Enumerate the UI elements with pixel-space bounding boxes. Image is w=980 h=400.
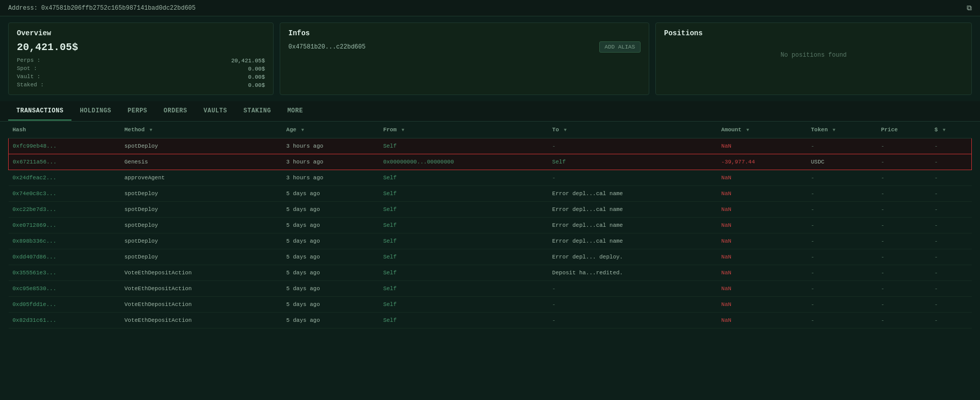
- col-price: Price: [877, 122, 930, 138]
- cell-price: -: [877, 218, 930, 233]
- transactions-table: Hash Method ▼ Age ▼ From ▼ To ▼ Amount ▼…: [8, 122, 972, 328]
- hash-link[interactable]: 0xc95e8530...: [13, 286, 57, 292]
- tab-more[interactable]: MORE: [279, 102, 311, 121]
- col-token[interactable]: Token ▼: [807, 122, 877, 138]
- hash-link[interactable]: 0xc22be7d3...: [13, 206, 57, 213]
- perps-label: Perps :: [17, 57, 78, 63]
- cell-amount: -39,977.44: [717, 154, 807, 170]
- copy-icon[interactable]: ⧉: [967, 4, 972, 12]
- staked-label: Staked :: [17, 82, 78, 88]
- from-link[interactable]: Self: [383, 301, 397, 308]
- from-link[interactable]: Self: [383, 238, 397, 244]
- nan-value: NaN: [721, 222, 731, 228]
- tab-holdings[interactable]: HOLDINGS: [71, 102, 119, 121]
- from-link[interactable]: Self: [383, 222, 397, 228]
- add-alias-button[interactable]: ADD ALIAS: [599, 41, 641, 53]
- cell-hash: 0x74e0c8c3...: [9, 186, 120, 202]
- tab-vaults[interactable]: VAULTS: [195, 102, 235, 121]
- positions-title: Positions: [664, 29, 703, 37]
- hash-link[interactable]: 0xd05fdd1e...: [13, 301, 57, 308]
- overview-title: Overview: [17, 29, 265, 37]
- cell-to: Error depl...cal name: [548, 202, 717, 218]
- from-link[interactable]: 0x00000000...00000000: [383, 159, 454, 165]
- tab-transactions[interactable]: TRANSACTIONS: [8, 102, 71, 121]
- dash-value: -: [811, 191, 815, 197]
- dash-value: -: [552, 286, 556, 292]
- staked-value: 0.00$: [248, 82, 265, 88]
- col-age[interactable]: Age ▼: [282, 122, 379, 138]
- cell-from: Self: [379, 233, 548, 249]
- cell-token: -: [807, 281, 877, 297]
- cell-token: -: [807, 297, 877, 313]
- hash-link[interactable]: 0xdd407d86...: [13, 254, 57, 260]
- from-link[interactable]: Self: [383, 175, 397, 181]
- hash-link[interactable]: 0x82d31c61...: [13, 317, 57, 323]
- tab-perps[interactable]: PERPS: [119, 102, 156, 121]
- cell-amount: NaN: [717, 186, 807, 202]
- hash-link[interactable]: 0xfc99eb48...: [13, 143, 57, 149]
- table-row: 0xfc99eb48...spotDeploy3 hours agoSelf-N…: [9, 138, 972, 154]
- cell-price: -: [877, 297, 930, 313]
- token-filter-icon[interactable]: ▼: [832, 128, 835, 133]
- cell-token: -: [807, 218, 877, 233]
- amount-filter-icon[interactable]: ▼: [746, 128, 749, 133]
- dash-value: -: [552, 317, 556, 323]
- hash-link[interactable]: 0xe0712869...: [13, 222, 57, 228]
- hash-link[interactable]: 0x898b336c...: [13, 238, 57, 244]
- to-filter-icon[interactable]: ▼: [564, 128, 567, 133]
- table-row: 0x355561e3...VoteEthDepositAction5 days …: [9, 265, 972, 281]
- cell-price: -: [877, 265, 930, 281]
- cell-age: 5 days ago: [282, 202, 379, 218]
- col-method[interactable]: Method ▼: [120, 122, 282, 138]
- dash-value: -: [881, 254, 885, 260]
- cell-hash: 0x355561e3...: [9, 265, 120, 281]
- hash-link[interactable]: 0x74e0c8c3...: [13, 191, 57, 197]
- positions-empty-text: No positions found: [664, 41, 963, 69]
- cell-price: -: [877, 281, 930, 297]
- col-amount[interactable]: Amount ▼: [717, 122, 807, 138]
- cell-dollar: -: [930, 265, 972, 281]
- cell-token: -: [807, 313, 877, 328]
- from-link[interactable]: Self: [383, 270, 397, 276]
- from-link[interactable]: Self: [383, 317, 397, 323]
- cell-dollar: -: [930, 218, 972, 233]
- cell-amount: NaN: [717, 313, 807, 328]
- from-link[interactable]: Self: [383, 254, 397, 260]
- tab-orders[interactable]: ORDERS: [156, 102, 195, 121]
- cell-to: -: [548, 297, 717, 313]
- cell-amount: NaN: [717, 170, 807, 186]
- cell-method: VoteEthDepositAction: [120, 281, 282, 297]
- tab-staking[interactable]: STAKING: [235, 102, 279, 121]
- col-dollar[interactable]: $ ▼: [930, 122, 972, 138]
- nan-value: NaN: [721, 191, 731, 197]
- method-filter-icon[interactable]: ▼: [150, 128, 152, 133]
- cell-age: 3 hours ago: [282, 154, 379, 170]
- from-link[interactable]: Self: [383, 206, 397, 213]
- to-link[interactable]: Self: [552, 159, 566, 165]
- from-link[interactable]: Self: [383, 286, 397, 292]
- cell-hash: 0xdd407d86...: [9, 249, 120, 265]
- cell-hash: 0xfc99eb48...: [9, 138, 120, 154]
- hash-link[interactable]: 0x67211a56...: [13, 159, 57, 165]
- cell-dollar: -: [930, 186, 972, 202]
- cell-age: 5 days ago: [282, 313, 379, 328]
- from-filter-icon[interactable]: ▼: [402, 128, 404, 133]
- cell-hash: 0x67211a56...: [9, 154, 120, 170]
- col-to[interactable]: To ▼: [548, 122, 717, 138]
- table-row: 0x74e0c8c3...spotDeploy5 days agoSelfErr…: [9, 186, 972, 202]
- dollar-filter-icon[interactable]: ▼: [943, 128, 945, 133]
- from-link[interactable]: Self: [383, 143, 397, 149]
- vault-label: Vault :: [17, 74, 78, 80]
- table-header-row: Hash Method ▼ Age ▼ From ▼ To ▼ Amount ▼…: [9, 122, 972, 138]
- hash-link[interactable]: 0x24dfeac2...: [13, 175, 57, 181]
- table-row: 0xd05fdd1e...VoteEthDepositAction5 days …: [9, 297, 972, 313]
- hash-link[interactable]: 0x355561e3...: [13, 270, 57, 276]
- overview-labels: 20,421.05$ Perps : Spot : Vault : Staked…: [17, 41, 78, 88]
- from-link[interactable]: Self: [383, 191, 397, 197]
- age-filter-icon[interactable]: ▼: [301, 128, 304, 133]
- nan-value: NaN: [721, 270, 731, 276]
- dash-value: -: [935, 143, 938, 149]
- cell-to: Error depl...cal name: [548, 233, 717, 249]
- col-from[interactable]: From ▼: [379, 122, 548, 138]
- top-panels: Overview 20,421.05$ Perps : Spot : Vault…: [0, 16, 980, 101]
